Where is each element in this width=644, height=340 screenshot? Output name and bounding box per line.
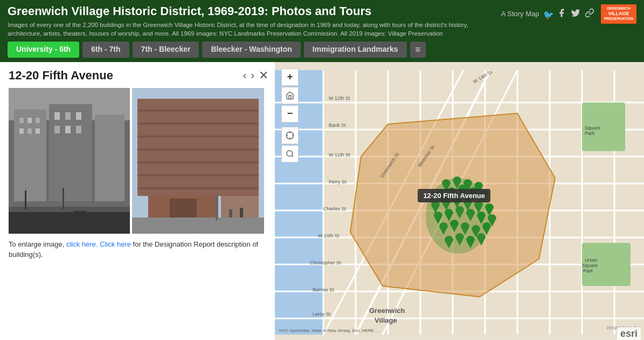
- tab-bleecker-washington[interactable]: Bleecker - Washington: [202, 42, 300, 58]
- locate-button[interactable]: [281, 127, 299, 144]
- map-controls: + −: [281, 69, 299, 162]
- svg-rect-31: [194, 123, 202, 134]
- svg-rect-26: [181, 107, 189, 118]
- search-button[interactable]: [281, 145, 299, 162]
- tab-menu-button[interactable]: ≡: [410, 42, 426, 58]
- svg-text:W 10th St: W 10th St: [318, 233, 340, 239]
- svg-rect-36: [154, 155, 162, 166]
- svg-text:Leroy St: Leroy St: [313, 311, 331, 317]
- zoom-out-button[interactable]: −: [281, 105, 299, 123]
- svg-text:Perry St: Perry St: [329, 179, 347, 185]
- svg-rect-41: [167, 172, 175, 182]
- svg-rect-42: [181, 172, 189, 182]
- building-title: 12-20 Fifth Avenue: [9, 69, 266, 83]
- svg-rect-12: [65, 112, 71, 120]
- header: Greenwich Village Historic District, 196…: [0, 0, 644, 42]
- svg-rect-29: [167, 123, 175, 134]
- nav-tabs: University - 6th 6th - 7th 7th - Bleecke…: [0, 42, 644, 62]
- next-button[interactable]: ›: [251, 69, 254, 81]
- village-preservation-logo: GREENWICH VILLAGE PRESERVATION: [601, 4, 636, 24]
- svg-rect-44: [170, 199, 197, 217]
- svg-rect-53: [216, 185, 218, 220]
- map-panel[interactable]: W 14th St W 12th St Bank St W 11th St Pe…: [275, 62, 644, 340]
- svg-rect-6: [27, 118, 32, 123]
- tab-immigration-landmarks[interactable]: Immigration Landmarks: [304, 42, 407, 58]
- tab-7th-bleecker[interactable]: 7th - Bleecker: [133, 42, 199, 58]
- svg-rect-21: [63, 188, 64, 209]
- panel-caption: To enlarge image, click here. Click here…: [9, 239, 266, 260]
- svg-rect-43: [194, 172, 202, 182]
- svg-rect-32: [154, 139, 162, 150]
- esri-credit: esri: [617, 327, 641, 340]
- svg-rect-37: [167, 155, 175, 166]
- tab-6th-7th[interactable]: 6th - 7th: [82, 42, 129, 58]
- svg-text:Barrow St: Barrow St: [313, 287, 334, 293]
- photo-container: [9, 88, 266, 234]
- svg-text:Charles St: Charles St: [323, 206, 347, 212]
- svg-rect-5: [19, 118, 24, 123]
- svg-text:Village: Village: [375, 316, 397, 324]
- twitter-icon[interactable]: [571, 8, 580, 20]
- tab-university-6th[interactable]: University - 6th: [8, 42, 79, 58]
- svg-text:Park: Park: [585, 131, 595, 136]
- svg-rect-40: [154, 172, 162, 182]
- header-left: Greenwich Village Historic District, 196…: [8, 4, 495, 38]
- svg-rect-16: [76, 126, 81, 133]
- svg-rect-2: [14, 110, 46, 201]
- svg-rect-52: [240, 208, 243, 217]
- svg-rect-14: [54, 126, 60, 133]
- svg-text:Square: Square: [585, 125, 600, 131]
- svg-rect-19: [73, 211, 87, 219]
- app-title: Greenwich Village Historic District, 196…: [8, 4, 495, 18]
- svg-rect-24: [154, 107, 162, 118]
- svg-rect-33: [167, 139, 175, 150]
- svg-rect-4: [95, 115, 124, 201]
- home-button[interactable]: [281, 87, 299, 104]
- svg-rect-48: [226, 142, 233, 150]
- color-building-image: [132, 88, 264, 234]
- svg-rect-20: [25, 191, 26, 209]
- link-icon[interactable]: [585, 8, 594, 20]
- svg-rect-38: [181, 155, 189, 166]
- svg-line-109: [292, 155, 293, 157]
- svg-rect-34: [181, 139, 189, 150]
- main-content: 12-20 Fifth Avenue ‹ › ✕: [0, 62, 644, 340]
- svg-rect-9: [27, 128, 32, 134]
- svg-rect-8: [19, 128, 24, 134]
- panel-navigation: ‹ › ✕: [243, 69, 268, 83]
- svg-point-108: [287, 151, 293, 157]
- app-description: Images of every one of the 2,200 buildin…: [8, 21, 495, 38]
- prev-button[interactable]: ‹: [243, 69, 247, 81]
- svg-rect-47: [237, 128, 244, 137]
- modern-photo[interactable]: [132, 88, 264, 234]
- svg-text:Park: Park: [583, 268, 593, 274]
- svg-rect-18: [30, 212, 46, 219]
- svg-text:Christopher St: Christopher St: [310, 260, 341, 266]
- svg-rect-11: [54, 112, 60, 120]
- historical-photo[interactable]: [9, 88, 130, 234]
- svg-rect-17: [9, 207, 130, 234]
- svg-rect-46: [226, 128, 233, 137]
- svg-text:Bank St: Bank St: [329, 123, 346, 128]
- enlarge-link[interactable]: click here.: [66, 240, 98, 248]
- svg-rect-13: [76, 112, 81, 120]
- svg-text:W 11th St: W 11th St: [329, 152, 350, 158]
- svg-rect-51: [229, 209, 232, 217]
- map-tooltip: 12-20 Fifth Avenue: [418, 189, 490, 202]
- svg-rect-30: [181, 123, 189, 134]
- svg-text:Greenwich: Greenwich: [369, 307, 405, 315]
- close-button[interactable]: ✕: [259, 69, 268, 83]
- left-panel: 12-20 Fifth Avenue ‹ › ✕: [0, 62, 275, 340]
- svg-rect-7: [36, 118, 40, 123]
- svg-rect-28: [154, 123, 162, 134]
- designation-report-link[interactable]: Click here: [100, 240, 131, 248]
- svg-text:Square: Square: [582, 263, 598, 268]
- facebook-icon[interactable]: 🐦: [543, 8, 566, 20]
- svg-text:Union: Union: [585, 257, 598, 263]
- zoom-in-button[interactable]: +: [281, 69, 299, 86]
- svg-rect-27: [194, 107, 202, 118]
- svg-text:W 12th St: W 12th St: [329, 96, 350, 101]
- svg-rect-45: [221, 120, 259, 217]
- svg-rect-39: [194, 155, 202, 166]
- svg-rect-50: [132, 217, 264, 234]
